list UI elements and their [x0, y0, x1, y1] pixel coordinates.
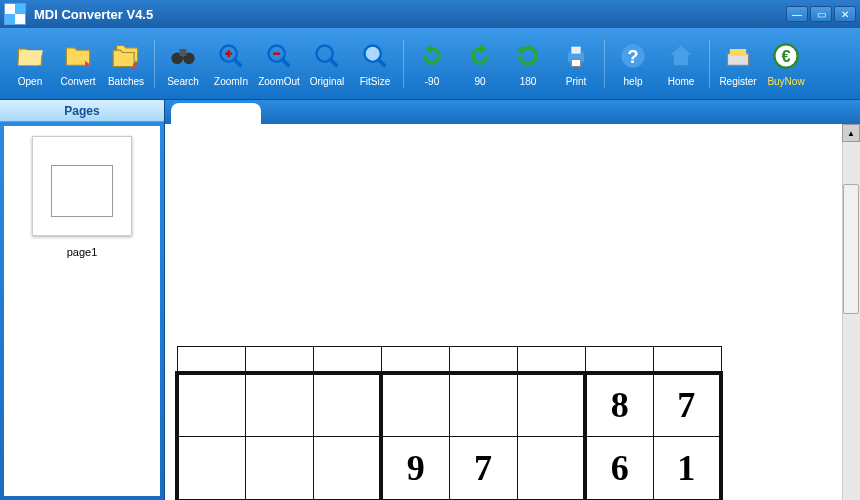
title-bar: MDI Converter V4.5 — ▭ ✕ — [0, 0, 860, 28]
thumbnail-list: page1 — [4, 126, 160, 496]
home-icon — [665, 40, 697, 72]
toolbar-separator — [154, 40, 155, 88]
grid-cell — [313, 437, 381, 501]
binoculars-icon — [167, 40, 199, 72]
zoom-out-icon — [263, 40, 295, 72]
folder-convert-icon — [62, 40, 94, 72]
grid-cell — [517, 437, 585, 501]
page-thumbnail-label: page1 — [27, 246, 137, 258]
grid-cell — [245, 437, 313, 501]
pages-sidebar: Pages page1 — [0, 100, 165, 500]
grid-cell: 6 — [585, 437, 653, 501]
register-icon — [722, 40, 754, 72]
sudoku-grid: 8 7 9 7 6 1 7 3 — [175, 346, 791, 500]
grid-cell — [449, 373, 517, 437]
rotate-right-icon — [464, 40, 496, 72]
page-preview-icon — [32, 136, 132, 236]
grid-cell — [517, 373, 585, 437]
svg-text:?: ? — [627, 46, 638, 67]
svg-line-4 — [235, 60, 242, 67]
help-button[interactable]: ? help — [609, 32, 657, 96]
window-controls: — ▭ ✕ — [786, 6, 856, 22]
folder-open-icon — [14, 40, 46, 72]
toolbar: Open Convert Batches Search ZoomIn ZoomO… — [0, 28, 860, 100]
open-button[interactable]: Open — [6, 32, 54, 96]
euro-coin-icon: € — [770, 40, 802, 72]
svg-line-13 — [379, 60, 386, 67]
scroll-thumb[interactable] — [843, 184, 859, 314]
buy-now-button[interactable]: € BuyNow — [762, 32, 810, 96]
register-button[interactable]: Register — [714, 32, 762, 96]
magnifier-fit-icon — [359, 40, 391, 72]
tab-strip — [165, 100, 860, 124]
batches-button[interactable]: Batches — [102, 32, 150, 96]
svg-rect-15 — [571, 47, 580, 54]
svg-line-8 — [283, 60, 290, 67]
toolbar-separator — [709, 40, 710, 88]
print-button[interactable]: Print — [552, 32, 600, 96]
convert-button[interactable]: Convert — [54, 32, 102, 96]
rotate-90-button[interactable]: 90 — [456, 32, 504, 96]
document-viewer: 8 7 9 7 6 1 7 3 — [165, 100, 860, 500]
fit-size-button[interactable]: FitSize — [351, 32, 399, 96]
toolbar-separator — [604, 40, 605, 88]
home-button[interactable]: Home — [657, 32, 705, 96]
zoom-out-button[interactable]: ZoomOut — [255, 32, 303, 96]
svg-rect-2 — [180, 49, 187, 56]
document-canvas[interactable]: 8 7 9 7 6 1 7 3 — [165, 124, 860, 500]
toolbar-separator — [403, 40, 404, 88]
grid-cell: 9 — [381, 437, 449, 501]
sidebar-header: Pages — [0, 100, 164, 122]
svg-point-10 — [317, 46, 333, 62]
scroll-up-button[interactable]: ▲ — [842, 124, 860, 142]
original-size-button[interactable]: Original — [303, 32, 351, 96]
rotate-left-icon — [416, 40, 448, 72]
grid-cell — [313, 373, 381, 437]
grid-cell — [177, 437, 245, 501]
app-title: MDI Converter V4.5 — [34, 7, 786, 22]
magnifier-original-icon — [311, 40, 343, 72]
grid-cell: 7 — [449, 437, 517, 501]
svg-line-11 — [331, 60, 338, 67]
zoom-in-icon — [215, 40, 247, 72]
grid-cell: 1 — [653, 437, 721, 501]
printer-icon — [560, 40, 592, 72]
help-icon: ? — [617, 40, 649, 72]
page-thumbnail[interactable]: page1 — [27, 136, 137, 258]
rotate-180-icon — [512, 40, 544, 72]
rotate-180-button[interactable]: 180 — [504, 32, 552, 96]
vertical-scrollbar[interactable]: ▲ — [842, 124, 860, 500]
grid-cell: 7 — [653, 373, 721, 437]
grid-cell: 8 — [585, 373, 653, 437]
active-tab[interactable] — [171, 103, 261, 125]
rotate-minus90-button[interactable]: -90 — [408, 32, 456, 96]
search-button[interactable]: Search — [159, 32, 207, 96]
app-logo — [4, 3, 26, 25]
minimize-button[interactable]: — — [786, 6, 808, 22]
close-button[interactable]: ✕ — [834, 6, 856, 22]
maximize-button[interactable]: ▭ — [810, 6, 832, 22]
svg-rect-20 — [730, 49, 746, 56]
zoom-in-button[interactable]: ZoomIn — [207, 32, 255, 96]
grid-cell — [245, 373, 313, 437]
svg-point-12 — [365, 46, 381, 62]
grid-cell — [177, 373, 245, 437]
svg-text:€: € — [781, 47, 790, 65]
folder-batches-icon — [110, 40, 142, 72]
grid-cell — [381, 373, 449, 437]
svg-rect-16 — [571, 60, 580, 67]
